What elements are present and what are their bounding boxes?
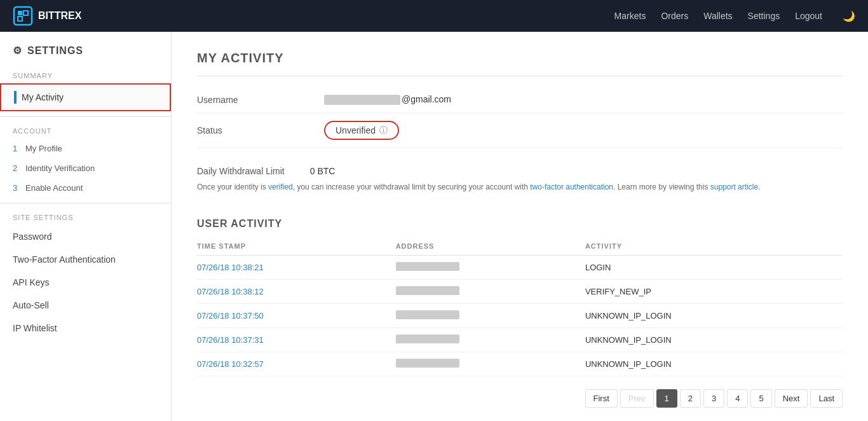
api-keys-item[interactable]: API Keys xyxy=(0,271,171,294)
svg-rect-2 xyxy=(24,11,28,15)
logo[interactable]: BITTREX xyxy=(13,6,81,26)
wallets-link[interactable]: Wallets xyxy=(703,11,732,21)
page-5-button[interactable]: 5 xyxy=(750,389,771,408)
auto-sell-label: Auto-Sell xyxy=(13,300,49,310)
profile-num: 1 xyxy=(13,144,23,153)
status-label: Status xyxy=(197,125,324,135)
site-settings-label: SITE SETTINGS xyxy=(0,209,171,225)
tfa-link[interactable]: two-factor authentication xyxy=(530,183,613,191)
settings-link[interactable]: Settings xyxy=(748,11,780,21)
two-factor-item[interactable]: Two-Factor Authentication xyxy=(0,248,171,271)
enable-num: 3 xyxy=(13,183,23,193)
username-value: @gmail.com xyxy=(324,94,451,105)
last-button[interactable]: Last xyxy=(810,389,843,408)
password-item[interactable]: Password xyxy=(0,225,171,248)
page-3-button[interactable]: 3 xyxy=(703,389,724,408)
verified-link[interactable]: verified xyxy=(268,183,293,191)
main-content: MY ACTIVITY Username @gmail.com Status U… xyxy=(172,32,868,421)
status-row: Status Unverified ⓘ xyxy=(197,113,843,148)
note-prefix: Once your identity is xyxy=(197,183,268,191)
two-factor-label: Two-Factor Authentication xyxy=(13,254,116,265)
status-badge: Unverified ⓘ xyxy=(324,121,399,140)
summary-section-label: SUMMARY xyxy=(0,67,171,83)
address-blurred xyxy=(396,359,459,368)
title-divider xyxy=(197,76,843,76)
username-row: Username @gmail.com xyxy=(197,86,843,113)
withdrawal-amount: 0 BTC xyxy=(310,166,336,176)
my-profile-item[interactable]: 1 My Profile xyxy=(0,139,171,158)
identity-num: 2 xyxy=(13,163,23,173)
page-layout: ⚙ SETTINGS SUMMARY My Activity ACCOUNT 1… xyxy=(0,32,868,421)
first-button[interactable]: First xyxy=(585,389,618,408)
withdrawal-title: Daily Withdrawal Limit xyxy=(197,166,285,176)
prev-button[interactable]: Prev xyxy=(620,389,654,408)
note-suffix: . Learn more by viewing this xyxy=(613,183,710,191)
address-blurred xyxy=(396,310,459,319)
api-keys-label: API Keys xyxy=(13,277,50,287)
col-activity: ACTIVITY xyxy=(585,237,843,256)
username-label: Username xyxy=(197,95,324,105)
timestamp-cell: 07/26/18 10:38:21 xyxy=(197,256,396,280)
theme-toggle-icon[interactable]: 🌙 xyxy=(843,10,855,22)
timestamp-cell: 07/26/18 10:37:31 xyxy=(197,328,396,352)
password-label: Password xyxy=(13,231,51,242)
next-button[interactable]: Next xyxy=(775,389,808,408)
nav-links: Markets Orders Wallets Settings Logout 🌙 xyxy=(614,10,855,22)
table-row: 07/26/18 10:38:12VERIFY_NEW_IP xyxy=(197,280,843,304)
username-blurred xyxy=(324,95,400,105)
page-title: MY ACTIVITY xyxy=(197,51,843,66)
my-activity-item[interactable]: My Activity xyxy=(0,83,171,111)
timestamp-cell: 07/26/18 10:32:57 xyxy=(197,352,396,376)
sidebar: ⚙ SETTINGS SUMMARY My Activity ACCOUNT 1… xyxy=(0,32,172,421)
enable-account-item[interactable]: 3 Enable Account xyxy=(0,178,171,198)
orders-link[interactable]: Orders xyxy=(661,11,688,21)
page-2-button[interactable]: 2 xyxy=(680,389,701,408)
my-profile-label: My Profile xyxy=(25,144,62,153)
withdrawal-note: Once your identity is verified, you can … xyxy=(197,181,843,193)
ip-whitelist-label: IP Whitelist xyxy=(13,323,57,333)
table-row: 07/26/18 10:37:50UNKNOWN_IP_LOGIN xyxy=(197,304,843,328)
table-body: 07/26/18 10:38:21LOGIN07/26/18 10:38:12V… xyxy=(197,256,843,376)
note-end: . xyxy=(758,183,760,191)
col-timestamp: TIME STAMP xyxy=(197,237,396,256)
timestamp-cell: 07/26/18 10:37:50 xyxy=(197,304,396,328)
logo-icon xyxy=(13,6,33,26)
table-row: 07/26/18 10:38:21LOGIN xyxy=(197,256,843,280)
activity-cell: VERIFY_NEW_IP xyxy=(585,280,843,304)
page-1-button[interactable]: 1 xyxy=(656,389,677,408)
ip-whitelist-item[interactable]: IP Whitelist xyxy=(0,317,171,340)
top-navigation: BITTREX Markets Orders Wallets Settings … xyxy=(0,0,868,32)
page-4-button[interactable]: 4 xyxy=(727,389,748,408)
status-text: Unverified xyxy=(336,125,376,135)
auto-sell-item[interactable]: Auto-Sell xyxy=(0,294,171,317)
support-link[interactable]: support article xyxy=(710,183,758,191)
address-cell xyxy=(396,304,585,328)
logout-link[interactable]: Logout xyxy=(795,11,822,21)
account-section-label: ACCOUNT xyxy=(0,122,171,139)
header-row: TIME STAMP ADDRESS ACTIVITY xyxy=(197,237,843,256)
col-address: ADDRESS xyxy=(396,237,585,256)
activity-cell: LOGIN xyxy=(585,256,843,280)
my-activity-label: My Activity xyxy=(22,92,64,102)
pagination: First Prev 1 2 3 4 5 Next Last xyxy=(197,376,843,420)
address-cell xyxy=(396,280,585,304)
enable-label: Enable Account xyxy=(25,183,83,193)
address-cell xyxy=(396,256,585,280)
sidebar-divider-2 xyxy=(0,203,171,204)
activity-table: TIME STAMP ADDRESS ACTIVITY 07/26/18 10:… xyxy=(197,237,843,376)
note-middle: , you can increase your withdrawal limit… xyxy=(293,183,531,191)
address-blurred xyxy=(396,262,459,271)
markets-link[interactable]: Markets xyxy=(614,11,646,21)
table-row: 07/26/18 10:37:31UNKNOWN_IP_LOGIN xyxy=(197,328,843,352)
activity-cell: UNKNOWN_IP_LOGIN xyxy=(585,328,843,352)
activity-cell: UNKNOWN_IP_LOGIN xyxy=(585,352,843,376)
info-icon: ⓘ xyxy=(379,125,388,136)
address-cell xyxy=(396,352,585,376)
svg-rect-1 xyxy=(18,11,22,15)
withdrawal-section: Daily Withdrawal Limit 0 BTC Once your i… xyxy=(197,148,843,203)
gear-icon: ⚙ xyxy=(13,45,22,57)
identity-verification-item[interactable]: 2 Identity Verification xyxy=(0,158,171,178)
logo-text: BITTREX xyxy=(38,10,81,22)
table-row: 07/26/18 10:32:57UNKNOWN_IP_LOGIN xyxy=(197,352,843,376)
table-header: TIME STAMP ADDRESS ACTIVITY xyxy=(197,237,843,256)
